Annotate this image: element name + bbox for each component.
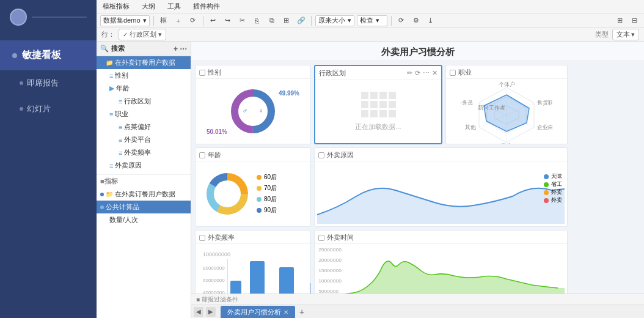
occupation-card-title: 职业	[446, 65, 567, 79]
bottom-tab-analysis[interactable]: 外卖用户习惯分析 ✕	[221, 306, 295, 318]
tree-action-add[interactable]: +	[174, 45, 178, 53]
filterbar: 行： ✓ 行政区划 ▾ 类型 文本▾	[97, 28, 644, 42]
nav-prev[interactable]: ◀	[194, 307, 203, 317]
occupation-checkbox[interactable]	[450, 70, 456, 76]
time-card-title: 外卖时间	[315, 231, 567, 244]
reason-curve-svg	[317, 172, 565, 224]
tree-item-occupation[interactable]: ≡ 职业	[97, 108, 191, 120]
y-label-3: 60000000	[203, 278, 225, 283]
tree-panel: 🔍 搜索 + ⋯ 📁 在外卖订餐用户数据 ≡ 性别	[97, 42, 191, 318]
refresh-icon[interactable]: ⟳	[415, 69, 420, 77]
edit-icon[interactable]: ✏	[407, 69, 412, 77]
tree-item-district[interactable]: ≡ 行政区划	[97, 95, 191, 108]
reason-curve: 天味 省工 外卖	[317, 164, 565, 224]
bottom-nav-left: ◀ ▶	[194, 307, 218, 317]
tree-body: 📁 在外卖订餐用户数据 ≡ 性别 ▶ 年龄 ≡ 行政区划	[97, 56, 191, 318]
menu-tools[interactable]: 工具	[165, 1, 183, 12]
filter-chevron: ▾	[158, 31, 162, 39]
sidebar-item-adhoc[interactable]: 即席报告	[0, 70, 97, 96]
new-btn[interactable]: 框	[158, 15, 170, 26]
filter-district-btn[interactable]: ✓ 行政区划 ▾	[119, 29, 166, 40]
nav-next[interactable]: ▶	[206, 307, 216, 317]
settings-btn[interactable]: ⚙	[410, 15, 422, 26]
refresh-btn2[interactable]: ⟳	[395, 15, 408, 26]
cell11	[379, 110, 387, 117]
tree-item-age-label: 年龄	[116, 84, 130, 93]
gender-checkbox[interactable]	[199, 70, 205, 76]
age-checkbox[interactable]	[199, 152, 205, 158]
loading-grid	[361, 92, 396, 117]
sidebar-item-dashboard-label: 敏捷看板	[22, 49, 61, 62]
layout-btn1[interactable]: ⊞	[613, 15, 626, 26]
undo-btn[interactable]: ↩	[207, 15, 219, 26]
view-dropdown[interactable]: 检查▾	[357, 15, 387, 26]
svg-text:♀: ♀	[258, 106, 264, 115]
tree-item-food[interactable]: ≡ 点菜偏好	[97, 120, 191, 133]
view-label: 检查	[360, 16, 373, 25]
menu-template[interactable]: 模板指标	[100, 1, 132, 12]
refresh-btn1[interactable]: ⟳	[187, 15, 199, 26]
export-btn[interactable]: ⤓	[425, 15, 437, 26]
zoom-dropdown[interactable]: 原来大小▾	[315, 15, 354, 26]
age-donut-wrap: 60后 70后 80后	[198, 164, 308, 224]
reason-dot4	[544, 198, 549, 203]
copy-btn[interactable]: ⎘	[251, 15, 263, 26]
bar-item-4: 每周>10次	[304, 283, 311, 294]
svg-text:个体户: 个体户	[499, 81, 515, 87]
paste-btn[interactable]: ⧉	[266, 15, 278, 26]
time-checkbox[interactable]	[318, 235, 324, 241]
tree-section-item3[interactable]: 数量/人次	[97, 213, 191, 226]
bottom-tabs: ◀ ▶ 外卖用户习惯分析 ✕ +	[191, 305, 644, 318]
tab-add-btn[interactable]: +	[296, 306, 307, 317]
menu-outline[interactable]: 大纲	[139, 1, 158, 12]
cut-btn[interactable]: ✂	[236, 15, 249, 26]
add-btn[interactable]: +	[172, 15, 185, 26]
reason-checkbox[interactable]	[318, 152, 324, 158]
legend-dot-90s	[257, 208, 262, 213]
loading-placeholder: 正在加载数据...	[318, 82, 439, 141]
section-dot1	[100, 193, 104, 196]
toolbar: 数据集demo ▾ 框 + ⟳ ↩ ↪ ✂ ⎘ ⧉ ⊞ 🔗 原来大小▾ 检查▾ …	[97, 13, 644, 28]
menu-plugins[interactable]: 插件构件	[191, 1, 222, 12]
svg-text:售货职业: 售货职业	[537, 100, 552, 106]
sidebar-item-dashboard[interactable]: 敏捷看板	[0, 40, 97, 70]
tree-root-item[interactable]: 📁 在外卖订餐用户数据	[97, 56, 191, 69]
age-donut-svg	[203, 169, 252, 218]
dataset-dropdown[interactable]: 数据集demo ▾	[100, 15, 150, 26]
legend-dot-80s	[257, 197, 262, 202]
tree-section-item2[interactable]: 公共计算品	[97, 201, 191, 213]
tree-item-reason[interactable]: ≡ 外卖原因	[97, 159, 191, 172]
value-type-btn[interactable]: 文本▾	[612, 29, 639, 40]
bar-rect-4	[310, 283, 311, 294]
tree-action-more[interactable]: ⋯	[180, 45, 187, 53]
more-icon[interactable]: ⋯	[423, 69, 430, 77]
panel-area: 🔍 搜索 + ⋯ 📁 在外卖订餐用户数据 ≡ 性别	[97, 42, 644, 318]
tab-close-icon[interactable]: ✕	[284, 309, 288, 316]
sep1	[153, 16, 154, 26]
tree-item-frequency[interactable]: ≡ 外卖频率	[97, 146, 191, 159]
tree-section-item1[interactable]: 📁 在外卖订餐用户数据	[97, 188, 191, 201]
occupation-card: 职业	[445, 65, 568, 144]
frequency-title-label: 外卖频率	[208, 233, 235, 242]
sidebar-item-slides-label: 幻灯片	[27, 103, 51, 114]
align-btn[interactable]: ⊞	[280, 15, 293, 26]
reason-legend-3: 外卖	[544, 188, 562, 196]
legend-70s: 70后	[257, 184, 277, 193]
gender-card-title: 性别	[196, 65, 310, 79]
search-icon: 🔍	[100, 45, 109, 53]
link-btn[interactable]: 🔗	[295, 15, 307, 26]
reason-card: 外卖原因 天味	[314, 147, 568, 227]
dashboard: 外卖用户习惯分析 性别	[191, 42, 644, 318]
legend-90s: 90后	[257, 206, 277, 215]
redo-btn[interactable]: ↪	[222, 15, 234, 26]
svg-text:♂: ♂	[243, 106, 248, 115]
section-dot2	[100, 205, 104, 209]
sidebar-item-slides[interactable]: 幻灯片	[0, 96, 97, 122]
layout-btn2[interactable]: ⊟	[628, 15, 640, 26]
tree-item-platform[interactable]: ≡ 外卖平台	[97, 133, 191, 146]
tree-item-gender[interactable]: ≡ 性别	[97, 69, 191, 82]
tree-item-age[interactable]: ▶ 年龄	[97, 82, 191, 95]
close-icon[interactable]: ✕	[432, 69, 437, 77]
frequency-checkbox[interactable]	[199, 235, 205, 241]
section-folder1: 📁	[106, 191, 113, 198]
